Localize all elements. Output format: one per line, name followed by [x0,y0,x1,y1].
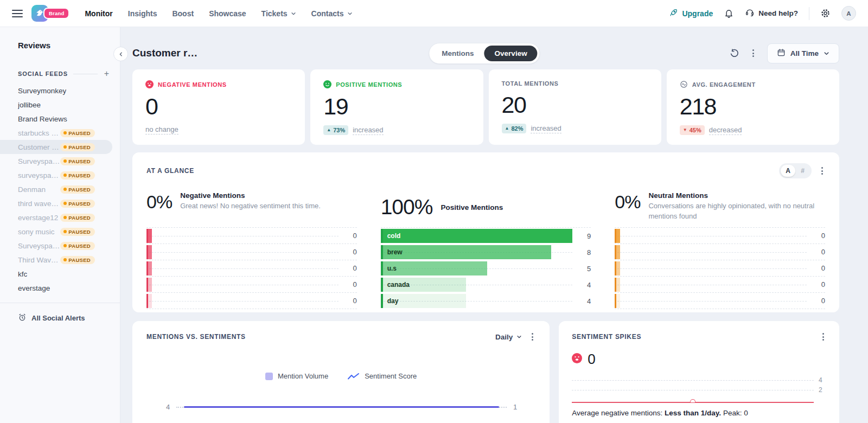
sidebar-feed-sony-music[interactable]: sony musicPAUSED [0,225,120,239]
notifications-bell-icon[interactable] [724,8,734,18]
glance-bar-value: 0 [344,264,357,272]
glance-bar-row: day4 [381,293,591,309]
bottom-row: MENTIONS VS. SENTIMENTS Daily Mention Vo… [132,321,839,423]
angry-face-icon [572,353,582,366]
glance-pct: 0% [615,191,640,227]
feed-label: surveysparrow [18,171,60,180]
nav-item-label: Tickets [261,9,288,18]
dotted-leader-line [615,285,807,285]
nav-item-monitor[interactable]: Monitor [85,9,112,18]
refresh-icon[interactable] [729,48,739,59]
sidebar-feed-surveysparro[interactable]: Surveysparro…PAUSED [0,154,120,168]
sidebar-feed-surveymonkey[interactable]: Surveymonkey [0,84,120,98]
primary-nav: MonitorInsightsBoostShowcaseTicketsConta… [85,9,352,18]
legend-label: Sentiment Score [365,372,417,380]
time-filter-button[interactable]: All Time [767,43,839,63]
view-toggle-option-hash[interactable]: # [795,165,810,177]
glance-bar-row: 0 [615,277,825,293]
brand-badge: Brand [43,8,69,19]
all-social-alerts-link[interactable]: All Social Alerts [0,303,120,323]
header-kebab-menu[interactable] [750,47,756,59]
period-dropdown[interactable]: Daily [495,333,522,341]
need-help-button[interactable]: Need help? [745,8,798,19]
glance-kebab-menu[interactable] [819,165,825,177]
mention-volume-swatch-icon [265,373,273,380]
legend-label: Mention Volume [278,372,328,380]
glance-bar-row: 0 [615,293,825,309]
glance-bar-value: 4 [578,281,591,289]
mvs-kebab-menu[interactable] [529,331,535,343]
change-badge: ▲82% [502,124,527,133]
chart-legend: Mention VolumeSentiment Score [146,372,535,380]
sidebar-feed-third-wave-c[interactable]: Third Wave C…PAUSED [0,253,120,267]
glance-bar [615,261,620,275]
spike-gridlines: 42 [572,375,826,395]
sidebar-feed-kfc[interactable]: kfc [0,267,120,281]
stat-change-row: ▲73%increased [323,125,470,135]
spikes-kebab-menu[interactable] [820,331,826,343]
spike-summary: Average negative mentions: Less than 1/d… [572,409,826,417]
nav-item-showcase[interactable]: Showcase [209,9,246,18]
tab-overview[interactable]: Overview [484,46,538,61]
sidebar-feed-everstage[interactable]: everstage [0,281,120,295]
sidebar-feed-customer-revi[interactable]: Customer revi…PAUSED [0,140,112,154]
gridline-label: 2 [819,386,826,394]
feed-label: jollibee [18,101,41,109]
paused-badge: PAUSED [60,129,95,137]
feed-label: starbucks me… [18,129,60,137]
glance-bar: u.s [381,261,487,275]
feed-label: Surveysparro… [18,157,60,165]
chevron-down-icon [347,11,353,16]
glance-head-text: Neutral MentionsConversations are highly… [648,191,825,227]
change-badge: ▲73% [323,125,348,135]
glance-column-desc: Conversations are highly opinionated, wi… [648,201,825,222]
nav-item-boost[interactable]: Boost [172,9,194,18]
up-triangle-icon: ▲ [327,128,331,132]
spike-gridline-row: 4 [572,375,826,385]
social-feeds-label: SOCIAL FEEDS [18,70,68,77]
sidebar-feed-surveysparrow[interactable]: surveysparrowPAUSED [0,168,120,182]
nav-item-contacts[interactable]: Contacts [311,9,353,18]
glance-bar-label: brew [383,248,403,256]
paused-dot-icon [63,216,67,219]
upgrade-button[interactable]: Upgrade [669,8,713,19]
y-axis-left-label: 4 [166,403,170,411]
all-social-alerts-label: All Social Alerts [31,314,85,322]
rocket-icon [669,8,678,19]
user-avatar[interactable]: A [841,6,856,21]
glance-bar [615,294,620,308]
sidebar-feed-jollibee[interactable]: jollibee [0,98,120,112]
add-feed-button[interactable]: + [103,69,110,78]
glance-bar-label: canada [383,281,410,289]
feed-label: kfc [18,270,27,278]
settings-gear-icon[interactable] [820,8,831,18]
nav-item-insights[interactable]: Insights [128,9,157,18]
sidebar-feed-everstage12[interactable]: everstage12PAUSED [0,210,120,225]
nav-item-tickets[interactable]: Tickets [261,9,296,18]
glance-view-toggle: A# [779,163,812,178]
spike-count: 0 [588,351,595,368]
sidebar-feed-starbucks-me[interactable]: starbucks me…PAUSED [0,126,120,140]
glance-bar-value: 0 [812,280,825,289]
tab-mentions[interactable]: Mentions [431,46,484,61]
sidebar-feed-brand-reviews[interactable]: Brand Reviews [0,112,120,126]
paused-dot-icon [63,202,67,205]
collapse-sidebar-button[interactable] [113,47,128,61]
sidebar-feed-third-wave-me[interactable]: third wave me…PAUSED [0,196,120,210]
glance-bar-row: 0 [146,244,357,260]
hamburger-menu-icon[interactable] [12,10,23,17]
sidebar-feed-surveysparrow[interactable]: SurveysparrowPAUSED [0,239,120,253]
spike-line-chart [572,402,814,403]
page-header: Customer r… MentionsOverview All Time [132,42,839,64]
glance-column-title: Negative Mentions [180,191,321,200]
glance-column-positive: 100%Positive Mentionscold9brew8u.s5canad… [381,191,591,309]
brand-logo[interactable]: Brand [31,5,69,22]
paused-label: PAUSED [68,201,91,207]
stat-label-text: NEGATIVE MENTIONS [158,81,227,88]
stat-label: AVG. ENGAGEMENT [680,80,826,88]
glance-bar-value: 0 [812,232,825,240]
sidebar-feed-denman[interactable]: DenmanPAUSED [0,182,120,196]
glance-bar: cold [381,229,573,243]
change-text: increased [531,124,561,133]
view-toggle-option-letter[interactable]: A [781,165,795,177]
